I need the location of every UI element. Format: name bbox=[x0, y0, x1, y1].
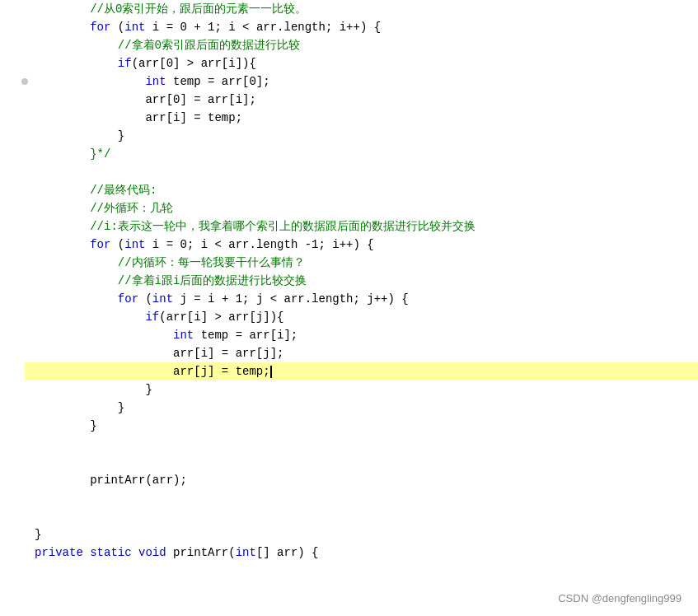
line-gutter bbox=[0, 308, 25, 326]
line-gutter bbox=[0, 72, 25, 91]
line-gutter bbox=[0, 380, 25, 399]
code-line: int temp = arr[i]; bbox=[0, 326, 698, 344]
code-line: for (int i = 0 + 1; i < arr.length; i++)… bbox=[0, 18, 698, 36]
code-line bbox=[0, 163, 698, 181]
code-line: //外循环：几轮 bbox=[0, 199, 698, 217]
code-area: //从0索引开始，跟后面的元素一一比较。 for (int i = 0 + 1;… bbox=[0, 0, 698, 562]
line-gutter bbox=[0, 417, 25, 435]
line-content: } bbox=[25, 127, 698, 145]
line-content: } bbox=[25, 380, 698, 399]
line-content: arr[i] = temp; bbox=[25, 109, 698, 127]
code-line: } bbox=[0, 399, 698, 417]
line-gutter bbox=[0, 362, 25, 380]
line-content: arr[j] = temp; bbox=[25, 362, 698, 380]
line-gutter bbox=[0, 471, 25, 489]
watermark: CSDN @dengfengling999 bbox=[558, 590, 682, 608]
line-gutter bbox=[0, 544, 25, 562]
line-content: for (int i = 0 + 1; i < arr.length; i++)… bbox=[25, 18, 698, 36]
code-line: arr[i] = arr[j]; bbox=[0, 344, 698, 362]
code-line: } bbox=[0, 127, 698, 145]
line-gutter bbox=[0, 507, 25, 525]
line-content: //拿着0索引跟后面的数据进行比较 bbox=[25, 36, 698, 54]
line-content: } bbox=[25, 417, 698, 435]
line-gutter bbox=[0, 290, 25, 308]
line-content: int temp = arr[0]; bbox=[25, 72, 698, 91]
code-editor: //从0索引开始，跟后面的元素一一比较。 for (int i = 0 + 1;… bbox=[0, 0, 698, 616]
line-gutter bbox=[0, 181, 25, 199]
code-line: //内循环：每一轮我要干什么事情？ bbox=[0, 254, 698, 272]
line-gutter bbox=[0, 236, 25, 254]
line-content: if(arr[i] > arr[j]){ bbox=[25, 308, 698, 326]
line-content: arr[0] = arr[i]; bbox=[25, 91, 698, 109]
line-content bbox=[25, 489, 698, 507]
code-line: for (int j = i + 1; j < arr.length; j++)… bbox=[0, 290, 698, 308]
line-gutter bbox=[0, 0, 25, 18]
code-line: //最终代码: bbox=[0, 181, 698, 199]
line-gutter bbox=[0, 435, 25, 453]
code-line bbox=[0, 435, 698, 453]
line-gutter bbox=[0, 91, 25, 109]
line-gutter bbox=[0, 163, 25, 181]
code-line: private static void printArr(int[] arr) … bbox=[0, 544, 698, 562]
line-gutter bbox=[0, 199, 25, 217]
line-gutter bbox=[0, 525, 25, 544]
line-content: //从0索引开始，跟后面的元素一一比较。 bbox=[25, 0, 698, 18]
line-content bbox=[25, 453, 698, 471]
code-line: int temp = arr[0]; bbox=[0, 72, 698, 91]
line-content: }*/ bbox=[25, 145, 698, 163]
code-line: //i:表示这一轮中，我拿着哪个索引上的数据跟后面的数据进行比较并交换 bbox=[0, 217, 698, 236]
line-gutter bbox=[0, 145, 25, 163]
line-content: for (int j = i + 1; j < arr.length; j++)… bbox=[25, 290, 698, 308]
code-line: //从0索引开始，跟后面的元素一一比较。 bbox=[0, 0, 698, 18]
code-line: printArr(arr); bbox=[0, 471, 698, 489]
line-content: printArr(arr); bbox=[25, 471, 698, 489]
code-line bbox=[0, 489, 698, 507]
line-gutter bbox=[0, 54, 25, 72]
line-gutter bbox=[0, 217, 25, 236]
line-content bbox=[25, 435, 698, 453]
code-line bbox=[0, 507, 698, 525]
code-line: if(arr[0] > arr[i]){ bbox=[0, 54, 698, 72]
code-line: //拿着0索引跟后面的数据进行比较 bbox=[0, 36, 698, 54]
line-content: //外循环：几轮 bbox=[25, 199, 698, 217]
line-gutter bbox=[0, 36, 25, 54]
line-gutter bbox=[0, 453, 25, 471]
line-content: //i:表示这一轮中，我拿着哪个索引上的数据跟后面的数据进行比较并交换 bbox=[25, 217, 698, 236]
line-content: int temp = arr[i]; bbox=[25, 326, 698, 344]
code-line: } bbox=[0, 525, 698, 544]
line-content: } bbox=[25, 399, 698, 417]
line-gutter bbox=[0, 326, 25, 344]
line-gutter bbox=[0, 109, 25, 127]
code-line: //拿着i跟i后面的数据进行比较交换 bbox=[0, 272, 698, 290]
line-gutter bbox=[0, 344, 25, 362]
code-line: if(arr[i] > arr[j]){ bbox=[0, 308, 698, 326]
line-content bbox=[25, 507, 698, 525]
code-line: arr[0] = arr[i]; bbox=[0, 91, 698, 109]
line-content: //拿着i跟i后面的数据进行比较交换 bbox=[25, 272, 698, 290]
code-line bbox=[0, 453, 698, 471]
line-gutter bbox=[0, 399, 25, 417]
line-gutter bbox=[0, 254, 25, 272]
line-content: if(arr[0] > arr[i]){ bbox=[25, 54, 698, 72]
line-gutter bbox=[0, 18, 25, 36]
line-content: } bbox=[25, 525, 698, 544]
code-line: arr[i] = temp; bbox=[0, 109, 698, 127]
code-line: } bbox=[0, 380, 698, 399]
line-content: for (int i = 0; i < arr.length -1; i++) … bbox=[25, 236, 698, 254]
line-content: //最终代码: bbox=[25, 181, 698, 199]
line-gutter bbox=[0, 272, 25, 290]
code-line: arr[j] = temp; bbox=[0, 362, 698, 380]
line-content: private static void printArr(int[] arr) … bbox=[25, 544, 698, 562]
code-line: } bbox=[0, 417, 698, 435]
line-content: arr[i] = arr[j]; bbox=[25, 344, 698, 362]
line-gutter bbox=[0, 489, 25, 507]
line-gutter bbox=[0, 127, 25, 145]
line-content: //内循环：每一轮我要干什么事情？ bbox=[25, 254, 698, 272]
line-content bbox=[25, 163, 698, 181]
code-line: for (int i = 0; i < arr.length -1; i++) … bbox=[0, 236, 698, 254]
code-line: }*/ bbox=[0, 145, 698, 163]
